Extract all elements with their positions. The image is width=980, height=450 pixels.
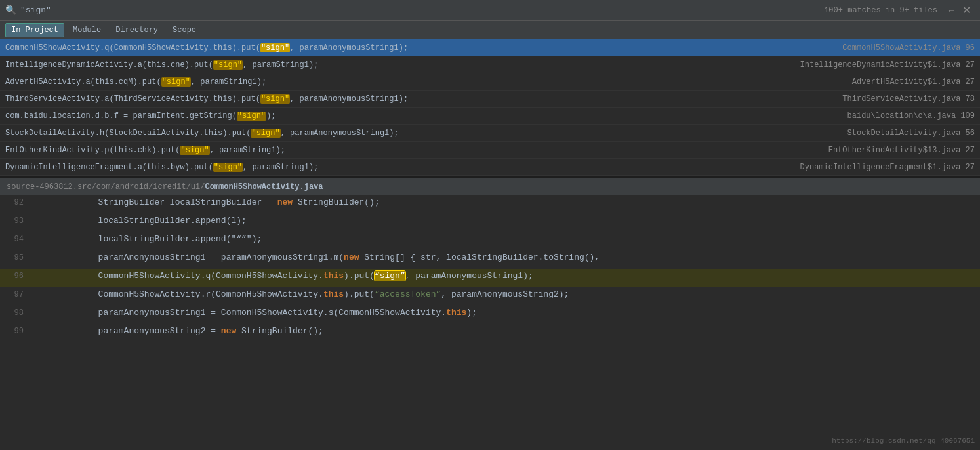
result-file-info: DynamicIntelligenceFragment$1.java 27 bbox=[800, 163, 975, 172]
match-count: 100+ matches in 9+ files bbox=[824, 6, 937, 15]
line-content: CommonH5ShowActivity.r(CommonH5ShowActiv… bbox=[37, 289, 980, 299]
line-content: paramAnonymousString1 = CommonH5ShowActi… bbox=[37, 307, 980, 317]
tab-in-project[interactable]: In Project bbox=[5, 23, 64, 37]
line-number: 93 bbox=[0, 215, 33, 226]
result-code-text: StockDetailActivity.h(StockDetailActivit… bbox=[5, 129, 834, 138]
code-line: 98 paramAnonymousString1 = CommonH5ShowA… bbox=[0, 306, 980, 324]
result-file-info: StockDetailActivity.java 56 bbox=[847, 129, 975, 138]
line-content: paramAnonymousString1 = paramAnonymousSt… bbox=[37, 252, 980, 262]
result-row[interactable]: com.baidu.location.d.b.f = paramIntent.g… bbox=[0, 108, 980, 125]
result-file-info: baidu\location\c\a.java 109 bbox=[847, 112, 975, 121]
result-code-text: com.baidu.location.d.b.f = paramIntent.g… bbox=[5, 112, 834, 121]
result-row[interactable]: AdvertH5Activity.a(this.cqM).put("sign",… bbox=[0, 73, 980, 91]
search-input[interactable] bbox=[20, 5, 824, 15]
result-file-info: IntelligenceDynamicActivity$1.java 27 bbox=[800, 60, 975, 70]
line-content: CommonH5ShowActivity.q(CommonH5ShowActiv… bbox=[37, 270, 980, 281]
tab-directory[interactable]: Directory bbox=[110, 23, 164, 37]
line-number: 95 bbox=[0, 252, 33, 262]
prev-match-button[interactable]: ← bbox=[944, 4, 958, 17]
result-file-info: ThirdServiceActivity.java 78 bbox=[842, 94, 975, 104]
result-row[interactable]: IntelligenceDynamicActivity.a(this.cne).… bbox=[0, 56, 980, 73]
result-code-text: IntelligenceDynamicActivity.a(this.cne).… bbox=[5, 60, 787, 70]
line-number: 99 bbox=[0, 325, 33, 336]
watermark: https://blog.csdn.net/qq_40067651 bbox=[832, 437, 975, 445]
file-path-bar: source-4963812.src/com/android/icredit/u… bbox=[0, 178, 980, 195]
code-line: 93 localStringBuilder.append(l); bbox=[0, 214, 980, 232]
result-row[interactable]: ThirdServiceActivity.a(ThirdServiceActiv… bbox=[0, 91, 980, 108]
result-row[interactable]: CommonH5ShowActivity.q(CommonH5ShowActiv… bbox=[0, 39, 980, 56]
result-row[interactable]: EntOtherKindActivity.p(this.chk).put("si… bbox=[0, 142, 980, 159]
line-content: localStringBuilder.append("“”"); bbox=[37, 234, 980, 244]
results-list: CommonH5ShowActivity.q(CommonH5ShowActiv… bbox=[0, 39, 980, 176]
code-line: 99 paramAnonymousString2 = new StringBui… bbox=[0, 324, 980, 342]
result-code-text: EntOtherKindActivity.p(this.chk).put("si… bbox=[5, 146, 815, 155]
code-line: 92 StringBuilder localStringBuilder = ne… bbox=[0, 195, 980, 214]
result-code-text: ThirdServiceActivity.a(ThirdServiceActiv… bbox=[5, 94, 829, 104]
result-code-text: AdvertH5Activity.a(this.cqM).put("sign",… bbox=[5, 77, 839, 87]
result-code-text: CommonH5ShowActivity.q(CommonH5ShowActiv… bbox=[5, 43, 829, 52]
result-file-info: CommonH5ShowActivity.java 96 bbox=[842, 43, 975, 52]
line-number: 96 bbox=[0, 270, 33, 281]
result-code-text: DynamicIntelligenceFragment.a(this.byw).… bbox=[5, 163, 787, 172]
search-bar: 🔍 100+ matches in 9+ files ← ✕ bbox=[0, 0, 980, 21]
line-content: localStringBuilder.append(l); bbox=[37, 215, 980, 226]
search-icon: 🔍 bbox=[5, 5, 16, 16]
code-line: 94 localStringBuilder.append("“”"); bbox=[0, 232, 980, 251]
line-number: 94 bbox=[0, 234, 33, 244]
line-number: 92 bbox=[0, 197, 33, 207]
line-number: 98 bbox=[0, 307, 33, 317]
close-search-button[interactable]: ✕ bbox=[958, 3, 975, 18]
tab-scope[interactable]: Scope bbox=[167, 23, 202, 37]
line-content: paramAnonymousString2 = new StringBuilde… bbox=[37, 325, 980, 336]
line-content: StringBuilder localStringBuilder = new S… bbox=[37, 197, 980, 207]
code-view: 92 StringBuilder localStringBuilder = ne… bbox=[0, 195, 980, 342]
code-line: 95 paramAnonymousString1 = paramAnonymou… bbox=[0, 251, 980, 269]
result-file-info: AdvertH5Activity$1.java 27 bbox=[852, 77, 975, 87]
tab-module[interactable]: Module bbox=[67, 23, 107, 37]
file-path-filename: CommonH5ShowActivity.java bbox=[205, 182, 323, 192]
result-file-info: EntOtherKindActivity$13.java 27 bbox=[828, 146, 975, 155]
result-row[interactable]: StockDetailActivity.h(StockDetailActivit… bbox=[0, 125, 980, 142]
line-number: 97 bbox=[0, 289, 33, 299]
result-row[interactable]: DynamicIntelligenceFragment.a(this.byw).… bbox=[0, 159, 980, 176]
tabs-bar: In Project Module Directory Scope bbox=[0, 21, 980, 39]
code-line: 97 CommonH5ShowActivity.r(CommonH5ShowAc… bbox=[0, 287, 980, 306]
file-path-prefix: source-4963812.src/com/android/icredit/u… bbox=[7, 182, 205, 192]
code-line: 96 CommonH5ShowActivity.q(CommonH5ShowAc… bbox=[0, 269, 980, 287]
